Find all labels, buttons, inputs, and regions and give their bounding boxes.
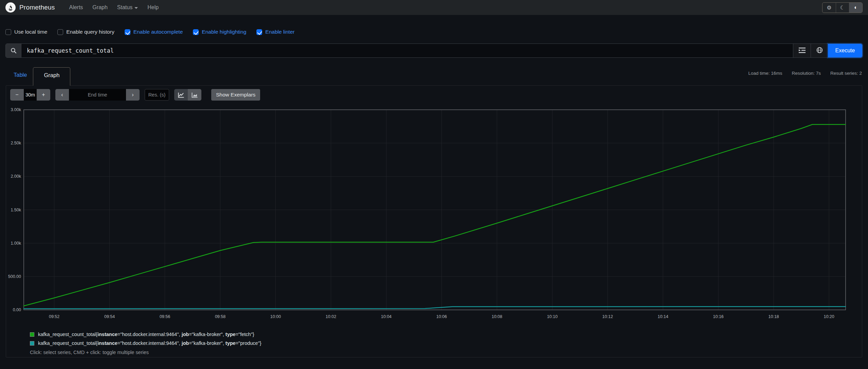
resolution-input[interactable] bbox=[145, 89, 169, 101]
tabs-row: Table Graph Load time: 16ms Resolution: … bbox=[5, 67, 863, 86]
svg-text:10:00: 10:00 bbox=[270, 314, 281, 319]
search-icon bbox=[6, 44, 21, 57]
graph-toolbar: − + ‹ › Show Exemplars bbox=[10, 89, 861, 101]
enable-linter-checkbox[interactable] bbox=[256, 29, 262, 35]
stacked-chart-button[interactable] bbox=[188, 89, 201, 101]
enable-query-history-checkbox[interactable] bbox=[57, 29, 63, 35]
circle-half-icon: ◐ bbox=[854, 4, 857, 11]
enable-autocomplete-option: Enable autocomplete bbox=[125, 29, 183, 35]
enable-highlighting-option: Enable highlighting bbox=[193, 29, 246, 35]
theme-auto-button[interactable]: ◐ bbox=[849, 3, 862, 13]
result-series-stat: Result series: 2 bbox=[830, 71, 862, 76]
gear-icon: ⚙ bbox=[827, 4, 831, 11]
chevron-left-icon: ‹ bbox=[61, 92, 63, 98]
theme-settings-button[interactable]: ⚙ bbox=[822, 3, 836, 13]
metrics-explorer-icon bbox=[799, 47, 806, 54]
range-increase-button[interactable]: + bbox=[37, 89, 50, 101]
legend-hint: Click: select series, CMD + click: toggl… bbox=[30, 350, 861, 355]
theme-dark-button[interactable]: ☾ bbox=[836, 3, 849, 13]
svg-text:500.00: 500.00 bbox=[8, 274, 21, 279]
chart-type-toggle bbox=[174, 89, 201, 101]
time-forward-button[interactable]: › bbox=[126, 89, 140, 101]
svg-text:0.00: 0.00 bbox=[13, 308, 21, 312]
enable-autocomplete-checkbox[interactable] bbox=[125, 29, 130, 35]
series-swatch bbox=[30, 332, 34, 337]
svg-text:10:12: 10:12 bbox=[602, 314, 613, 319]
resolution-stat: Resolution: 7s bbox=[792, 71, 821, 76]
globe-icon bbox=[816, 47, 823, 54]
load-time-stat: Load time: 16ms bbox=[748, 71, 782, 76]
tab-graph[interactable]: Graph bbox=[33, 67, 70, 86]
enable-linter-option: Enable linter bbox=[256, 29, 294, 35]
show-exemplars-button[interactable]: Show Exemplars bbox=[211, 89, 260, 101]
chevron-down-icon bbox=[134, 7, 138, 9]
chevron-right-icon: › bbox=[132, 92, 133, 98]
svg-text:10:04: 10:04 bbox=[381, 314, 392, 319]
time-back-button[interactable]: ‹ bbox=[55, 89, 69, 101]
graph-area[interactable]: 0.00500.001.00k1.50k2.00k2.50k3.00k09:52… bbox=[7, 107, 861, 326]
svg-text:09:56: 09:56 bbox=[160, 314, 170, 319]
nav-link-alerts[interactable]: Alerts bbox=[65, 2, 87, 13]
svg-text:10:10: 10:10 bbox=[547, 314, 558, 319]
use-local-time-checkbox[interactable] bbox=[5, 29, 11, 35]
enable-highlighting-checkbox[interactable] bbox=[193, 29, 199, 35]
svg-text:10:08: 10:08 bbox=[492, 314, 502, 319]
svg-text:10:06: 10:06 bbox=[436, 314, 447, 319]
svg-text:1.00k: 1.00k bbox=[11, 241, 21, 246]
execute-button[interactable]: Execute bbox=[828, 44, 862, 57]
svg-text:2.00k: 2.00k bbox=[11, 174, 21, 179]
svg-text:2.50k: 2.50k bbox=[11, 141, 21, 145]
svg-text:09:54: 09:54 bbox=[104, 314, 115, 319]
minus-icon: − bbox=[15, 92, 18, 98]
line-chart-icon bbox=[178, 92, 184, 98]
series-swatch bbox=[30, 341, 34, 346]
prometheus-brand[interactable]: Prometheus bbox=[5, 2, 55, 13]
line-chart-button[interactable] bbox=[174, 89, 188, 101]
range-input[interactable] bbox=[24, 89, 37, 101]
enable-query-history-option: Enable query history bbox=[57, 29, 114, 35]
svg-text:10:18: 10:18 bbox=[768, 314, 779, 319]
use-local-time-option: Use local time bbox=[5, 29, 47, 35]
graph-canvas: 0.00500.001.00k1.50k2.00k2.50k3.00k09:52… bbox=[7, 107, 848, 324]
svg-text:10:14: 10:14 bbox=[658, 314, 668, 319]
nav-link-status[interactable]: Status bbox=[113, 2, 142, 13]
theme-toggle-group: ⚙ ☾ ◐ bbox=[822, 2, 863, 13]
svg-text:10:02: 10:02 bbox=[326, 314, 336, 319]
graph-panel: − + ‹ › Show Exemplars 0.00500.001.00 bbox=[6, 85, 862, 357]
legend-item-fetch[interactable]: kafka_request_count_total{instance="host… bbox=[30, 330, 861, 339]
end-time-picker: ‹ › bbox=[55, 89, 140, 101]
navbar: Prometheus Alerts Graph Status Help ⚙ ☾ … bbox=[0, 0, 868, 15]
nav-link-help[interactable]: Help bbox=[143, 2, 163, 13]
range-stepper: − + bbox=[10, 89, 50, 101]
svg-text:10:20: 10:20 bbox=[824, 314, 834, 319]
legend-item-produce[interactable]: kafka_request_count_total{instance="host… bbox=[30, 339, 861, 348]
range-decrease-button[interactable]: − bbox=[10, 89, 24, 101]
query-options-row: Use local time Enable query history Enab… bbox=[5, 27, 863, 37]
query-bar: Execute bbox=[5, 43, 863, 58]
area-chart-icon bbox=[192, 92, 198, 98]
query-stats: Load time: 16ms Resolution: 7s Result se… bbox=[748, 71, 863, 76]
svg-text:10:16: 10:16 bbox=[713, 314, 724, 319]
prometheus-logo-icon bbox=[5, 2, 16, 13]
end-time-input[interactable] bbox=[69, 89, 126, 101]
moon-icon: ☾ bbox=[840, 4, 845, 11]
metrics-explorer-button[interactable] bbox=[793, 44, 811, 57]
nav-link-graph[interactable]: Graph bbox=[88, 2, 111, 13]
svg-text:3.00k: 3.00k bbox=[11, 107, 21, 112]
nav-links: Alerts Graph Status Help bbox=[65, 2, 163, 13]
query-input[interactable] bbox=[21, 44, 793, 57]
svg-text:09:58: 09:58 bbox=[215, 314, 225, 319]
series-label: kafka_request_count_total{instance="host… bbox=[38, 340, 261, 346]
legend: kafka_request_count_total{instance="host… bbox=[30, 330, 861, 355]
globe-button[interactable] bbox=[811, 44, 828, 57]
series-label: kafka_request_count_total{instance="host… bbox=[38, 332, 254, 337]
plus-icon: + bbox=[42, 92, 45, 98]
svg-text:09:52: 09:52 bbox=[49, 314, 59, 319]
tab-table[interactable]: Table bbox=[5, 67, 33, 78]
svg-text:1.50k: 1.50k bbox=[11, 208, 21, 212]
app-title: Prometheus bbox=[19, 4, 55, 11]
